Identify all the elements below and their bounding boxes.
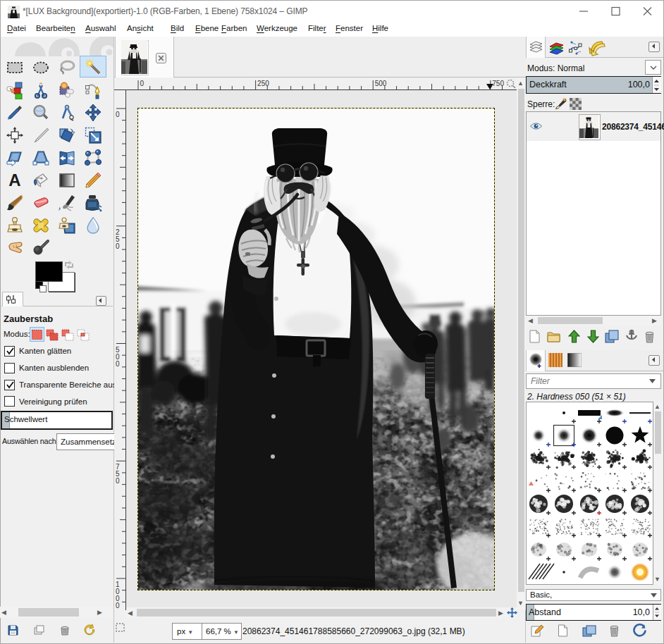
svg-text:0: 0 [116, 360, 120, 368]
svg-text:0: 0 [140, 80, 145, 87]
svg-text:250: 250 [257, 80, 269, 87]
svg-text:0: 0 [116, 242, 120, 250]
svg-text:750: 750 [492, 80, 504, 87]
svg-text:0: 0 [116, 111, 120, 118]
svg-text:500: 500 [375, 80, 387, 87]
svg-text:0: 0 [116, 602, 120, 609]
svg-text:A: A [8, 171, 20, 190]
svg-text:0: 0 [116, 477, 120, 485]
